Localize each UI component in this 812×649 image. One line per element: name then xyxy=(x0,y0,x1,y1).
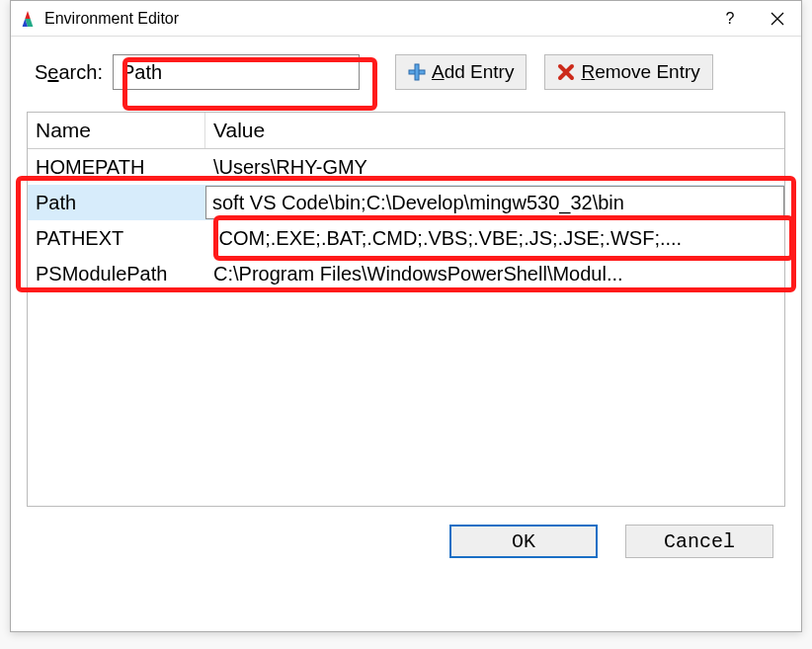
add-entry-button[interactable]: Add Entry xyxy=(395,54,527,90)
x-icon xyxy=(557,63,575,81)
table-row[interactable]: HOMEPATH \Users\RHY-GMY xyxy=(28,149,784,185)
cancel-button[interactable]: Cancel xyxy=(625,525,773,558)
cell-name: HOMEPATH xyxy=(28,156,205,179)
cell-value: \Users\RHY-GMY xyxy=(205,156,784,179)
environment-editor-dialog: Environment Editor ? Search: Add Entry R… xyxy=(10,0,802,632)
close-button[interactable] xyxy=(754,1,801,37)
table-row[interactable]: PATHEXT .COM;.EXE;.BAT;.CMD;.VBS;.VBE;.J… xyxy=(28,220,784,256)
table-row[interactable]: PSModulePath C:\Program Files\WindowsPow… xyxy=(28,256,784,291)
cell-value: C:\Program Files\WindowsPowerShell\Modul… xyxy=(205,263,784,285)
cell-name: PSModulePath xyxy=(28,263,205,285)
close-icon xyxy=(771,12,784,26)
search-row: Search: Add Entry Remove Entry xyxy=(11,37,801,100)
cell-value xyxy=(205,186,784,219)
search-input[interactable] xyxy=(113,54,360,90)
svg-marker-0 xyxy=(25,10,30,18)
cell-name: PATHEXT xyxy=(28,227,205,250)
column-header-name[interactable]: Name xyxy=(28,113,205,148)
env-table: Name Value HOMEPATH \Users\RHY-GMY Path … xyxy=(27,112,785,507)
table-row[interactable]: Path xyxy=(28,185,784,220)
remove-entry-button[interactable]: Remove Entry xyxy=(544,54,712,90)
value-edit-input[interactable] xyxy=(205,186,784,219)
app-icon xyxy=(19,10,37,28)
window-title: Environment Editor xyxy=(44,10,179,28)
ok-button[interactable]: OK xyxy=(449,525,598,558)
dialog-buttons: OK Cancel xyxy=(11,507,801,558)
table-header: Name Value xyxy=(28,113,784,149)
cell-name: Path xyxy=(28,192,205,214)
plus-icon xyxy=(408,63,426,81)
help-button[interactable]: ? xyxy=(706,1,754,37)
titlebar: Environment Editor ? xyxy=(11,1,801,37)
cell-value: .COM;.EXE;.BAT;.CMD;.VBS;.VBE;.JS;.JSE;.… xyxy=(205,227,784,250)
svg-rect-6 xyxy=(415,64,419,80)
column-header-value[interactable]: Value xyxy=(205,113,784,148)
search-label: Search: xyxy=(35,61,103,84)
